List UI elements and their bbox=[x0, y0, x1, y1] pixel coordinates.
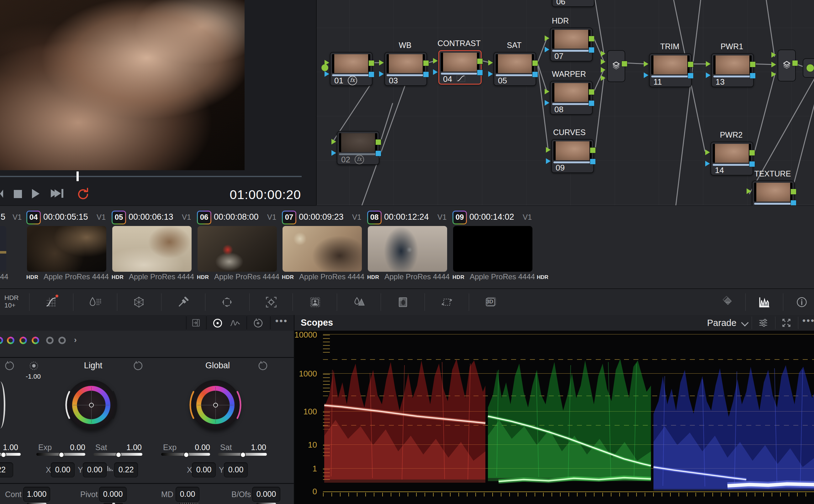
timeline-clip-09[interactable]: 09 00:00:14:02 V1 HDR Apple ProRes 4444 bbox=[453, 207, 538, 286]
rgb-input-port[interactable] bbox=[433, 58, 438, 64]
rgb-input-port[interactable] bbox=[644, 61, 649, 67]
rgb-output-port[interactable] bbox=[477, 58, 483, 64]
mixer-input-port[interactable] bbox=[771, 52, 776, 58]
zone-dot[interactable] bbox=[7, 337, 14, 344]
rgb-output-port[interactable] bbox=[749, 150, 755, 156]
sizing-icon[interactable] bbox=[441, 296, 453, 310]
key-input-port[interactable] bbox=[379, 71, 384, 77]
rgb-input-port[interactable] bbox=[747, 188, 751, 194]
key-input-port[interactable] bbox=[545, 47, 549, 52]
pivot-minislider[interactable] bbox=[103, 503, 123, 504]
zone-dot[interactable] bbox=[32, 337, 39, 344]
next-clip-button[interactable] bbox=[51, 189, 63, 198]
loop-button[interactable] bbox=[76, 187, 89, 202]
rgb-output-port[interactable] bbox=[688, 61, 694, 67]
node-09-curves[interactable]: CURVES 09 bbox=[551, 139, 593, 173]
rgb-output-port[interactable] bbox=[790, 189, 796, 195]
magic-mask-icon[interactable] bbox=[309, 296, 321, 310]
dot-circle-icon[interactable] bbox=[213, 318, 223, 329]
chevron-right-icon[interactable]: › bbox=[74, 335, 77, 345]
rgb-input-port[interactable] bbox=[324, 60, 329, 66]
rgb-input-port[interactable] bbox=[379, 60, 384, 66]
node-08-warper[interactable]: WARPER 08 bbox=[550, 81, 591, 115]
rgb-output-port[interactable] bbox=[589, 89, 595, 95]
timeline-clip-04[interactable]: 04 00:00:05:15 V1 HDR Apple ProRes 4444 bbox=[26, 207, 112, 286]
key-input-port[interactable] bbox=[545, 100, 549, 106]
global-y-value[interactable]: 0.00 bbox=[224, 462, 248, 477]
key-input-port[interactable] bbox=[706, 72, 711, 78]
blur-icon[interactable] bbox=[353, 296, 365, 310]
key-input-port[interactable] bbox=[644, 72, 649, 78]
rgb-input-port[interactable] bbox=[545, 35, 549, 41]
rgb-output-port[interactable] bbox=[590, 147, 596, 153]
clip-thumbnail[interactable] bbox=[112, 226, 192, 272]
playhead[interactable] bbox=[76, 171, 79, 181]
cont-value[interactable]: 1.000 bbox=[23, 487, 50, 502]
power-window-icon[interactable] bbox=[133, 296, 145, 310]
timeline-clip-05[interactable]: 05 00:00:06:13 V1 HDR Apple ProRes 4444 bbox=[112, 207, 197, 286]
clip-thumbnail[interactable] bbox=[282, 226, 362, 272]
key-output-port[interactable] bbox=[688, 73, 694, 79]
play-button[interactable] bbox=[32, 189, 39, 198]
clip-thumbnail[interactable] bbox=[453, 226, 533, 272]
rgb-output-port[interactable] bbox=[589, 36, 595, 42]
light-exp-slider[interactable] bbox=[36, 453, 85, 456]
rgb-output-port[interactable] bbox=[368, 60, 374, 66]
light-mid-value[interactable]: 0.22 bbox=[114, 462, 138, 477]
key-output-port[interactable] bbox=[590, 159, 596, 165]
output-port[interactable] bbox=[806, 64, 814, 72]
output-node[interactable] bbox=[803, 58, 814, 78]
node-01[interactable]: 01fx bbox=[330, 52, 371, 86]
mixer-input-port[interactable] bbox=[601, 75, 606, 81]
scope-mode-dropdown[interactable]: Parade bbox=[707, 318, 737, 328]
node-02[interactable]: 02fx bbox=[337, 131, 378, 165]
expand-icon[interactable] bbox=[781, 318, 791, 329]
rgb-output-port[interactable] bbox=[532, 60, 538, 66]
rgb-input-port[interactable] bbox=[546, 147, 551, 153]
mixer-output-port[interactable] bbox=[622, 61, 628, 67]
key-output-port[interactable] bbox=[477, 70, 483, 76]
key-output-port[interactable] bbox=[532, 71, 538, 77]
timeline-clip-06[interactable]: 06 00:00:08:00 V1 HDR Apple ProRes 4444 bbox=[197, 207, 282, 286]
md-minislider[interactable] bbox=[179, 503, 199, 504]
color-picker-icon[interactable] bbox=[177, 296, 189, 310]
node-13-pwr1[interactable]: PWR1 13 bbox=[711, 53, 753, 87]
prev-clip-thumbnail[interactable] bbox=[0, 226, 6, 272]
node-04-contrast[interactable]: CONTRAST 04 bbox=[439, 50, 480, 85]
timeline-clip-08[interactable]: 08 00:00:12:24 V1 HDR Apple ProRes 4444 bbox=[367, 207, 453, 286]
tracker-window-icon[interactable] bbox=[221, 296, 233, 310]
key-input-port[interactable] bbox=[546, 158, 551, 164]
light-y-value[interactable]: 0.00 bbox=[83, 462, 107, 477]
key-output-port[interactable] bbox=[589, 47, 595, 53]
key-input-port[interactable] bbox=[331, 150, 336, 156]
global-color-wheel[interactable] bbox=[190, 380, 240, 430]
reset-icon[interactable] bbox=[4, 361, 14, 372]
key-output-port[interactable] bbox=[423, 71, 429, 77]
light-color-wheel[interactable] bbox=[66, 380, 116, 430]
custom-curves-icon[interactable] bbox=[45, 296, 57, 310]
global-exp-slider[interactable] bbox=[161, 453, 210, 456]
viewer-scrubber[interactable] bbox=[0, 176, 302, 177]
rgb-input-port[interactable] bbox=[331, 139, 336, 144]
node-07-hdr[interactable]: HDR 07 bbox=[550, 28, 591, 61]
wheel-center-handle[interactable] bbox=[89, 403, 94, 407]
bofs-minislider[interactable] bbox=[256, 503, 276, 504]
stereo-3d-icon[interactable]: 3D bbox=[485, 296, 497, 310]
global-sat-slider[interactable] bbox=[218, 453, 267, 456]
wheel-center-handle[interactable] bbox=[213, 403, 218, 407]
keyframes-icon[interactable] bbox=[721, 296, 733, 310]
refine-curve-icon[interactable] bbox=[230, 318, 240, 329]
pivot-value[interactable]: 0.000 bbox=[99, 487, 127, 502]
reset-icon[interactable] bbox=[133, 361, 143, 372]
timeline-clip-07[interactable]: 07 00:00:09:23 V1 HDR Apple ProRes 4444 bbox=[282, 207, 367, 286]
ellipsis-icon[interactable]: ••• bbox=[802, 315, 814, 326]
md-value[interactable]: 0.00 bbox=[176, 487, 199, 502]
reset-add-icon[interactable] bbox=[253, 318, 263, 329]
key-icon[interactable] bbox=[396, 296, 409, 310]
offscreen-sat-slider[interactable] bbox=[0, 453, 21, 456]
mixer-input-port[interactable] bbox=[601, 67, 606, 73]
node-03-wb[interactable]: WB 03 bbox=[384, 52, 426, 86]
scopes-icon[interactable] bbox=[758, 296, 771, 310]
previous-clip-button[interactable] bbox=[0, 190, 3, 198]
rgb-output-port[interactable] bbox=[375, 139, 381, 145]
